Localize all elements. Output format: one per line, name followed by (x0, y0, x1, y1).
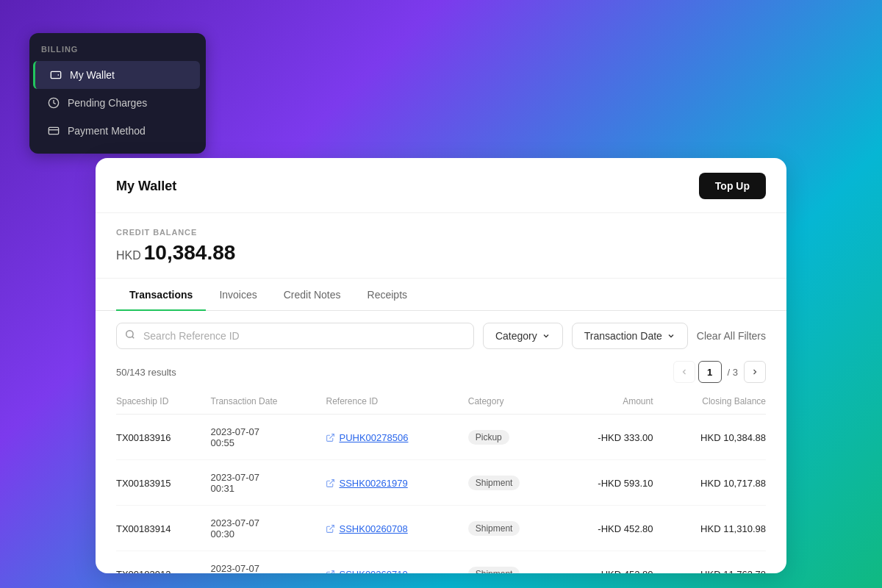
cell-closing-balance: HKD 10,384.88 (653, 415, 767, 460)
col-spaceship-id: Spaceship ID (116, 390, 211, 415)
cell-category: Shipment (468, 506, 558, 551)
cell-reference-id: SSHK00260708 (326, 506, 467, 551)
col-reference-id: Reference ID (326, 390, 467, 415)
table-wrapper: Spaceship ID Transaction Date Reference … (96, 390, 786, 573)
sidebar-item-payment-method[interactable]: Payment Method (35, 117, 200, 145)
prev-page-button[interactable] (673, 361, 695, 383)
cell-category: Shipment (468, 460, 558, 506)
cell-closing-balance: HKD 11,310.98 (653, 506, 767, 551)
wallet-icon (49, 68, 62, 82)
cell-reference-id: PUHK00278506 (326, 415, 467, 460)
balance-value: 10,384.88 (144, 241, 236, 264)
table-row: TX00183915 2023-07-0700:31 SSHK00261979 … (116, 460, 766, 506)
cell-amount: -HKD 593.10 (558, 460, 653, 506)
cell-transaction-date: 2023-07-0700:30 (211, 506, 326, 551)
cell-closing-balance: HKD 10,717.88 (653, 460, 767, 506)
pagination: 1 / 3 (673, 361, 766, 383)
cell-reference-id: SSHK00260710 (326, 551, 467, 574)
external-link-icon (326, 570, 335, 574)
sidebar-menu: BILLING My Wallet Pending Charges Paymen… (29, 33, 206, 154)
tab-credit-notes[interactable]: Credit Notes (270, 279, 354, 311)
col-closing-balance: Closing Balance (653, 390, 767, 415)
next-page-button[interactable] (744, 361, 766, 383)
category-badge: Pickup (468, 430, 509, 445)
col-transaction-date: Transaction Date (211, 390, 326, 415)
reference-link[interactable]: SSHK00260710 (326, 569, 467, 574)
balance-section: CREDIT BALANCE HKD10,384.88 (96, 213, 786, 279)
filter-bar: Category Transaction Date Clear All Filt… (96, 311, 786, 358)
sidebar-label-my-wallet: My Wallet (70, 69, 115, 81)
svg-line-5 (330, 434, 334, 438)
col-category: Category (468, 390, 558, 415)
results-row: 50/143 results 1 / 3 (96, 358, 786, 390)
tab-receipts[interactable]: Receipts (354, 279, 420, 311)
cell-reference-id: SSHK00261979 (326, 460, 467, 506)
external-link-icon (326, 524, 335, 534)
payment-method-icon (47, 124, 60, 137)
transactions-table: Spaceship ID Transaction Date Reference … (116, 390, 766, 573)
cell-amount: -HKD 333.00 (558, 415, 653, 460)
cell-closing-balance: HKD 11,763.78 (653, 551, 767, 574)
category-filter-button[interactable]: Category (483, 323, 563, 349)
balance-amount: HKD10,384.88 (116, 241, 766, 265)
table-header-row: Spaceship ID Transaction Date Reference … (116, 390, 766, 415)
category-badge: Shipment (468, 476, 520, 490)
cell-spaceship-id: TX00183915 (116, 460, 211, 506)
chevron-down-icon (542, 331, 551, 340)
sidebar-label-payment-method: Payment Method (68, 125, 146, 137)
cell-spaceship-id: TX00183913 (116, 551, 211, 574)
results-count: 50/143 results (116, 367, 176, 378)
current-page: 1 (698, 361, 722, 383)
card-header: My Wallet Top Up (96, 158, 786, 213)
sidebar-label-pending-charges: Pending Charges (68, 97, 147, 109)
balance-currency: HKD (116, 249, 141, 262)
pending-charges-icon (47, 96, 60, 110)
search-icon (125, 329, 135, 343)
balance-label: CREDIT BALANCE (116, 228, 766, 237)
cell-transaction-date: 2023-07-0700:30 (211, 551, 326, 574)
sidebar-item-pending-charges[interactable]: Pending Charges (35, 89, 200, 117)
sidebar-section-label: BILLING (29, 45, 206, 61)
cell-transaction-date: 2023-07-0700:55 (211, 415, 326, 460)
tabs-row: Transactions Invoices Credit Notes Recei… (96, 279, 786, 311)
reference-link[interactable]: PUHK00278506 (326, 432, 467, 443)
category-badge: Shipment (468, 567, 520, 573)
category-badge: Shipment (468, 521, 520, 536)
search-input[interactable] (116, 323, 474, 349)
cell-amount: -HKD 452.80 (558, 506, 653, 551)
tab-transactions[interactable]: Transactions (116, 279, 206, 311)
page-title: My Wallet (116, 179, 176, 194)
table-row: TX00183916 2023-07-0700:55 PUHK00278506 … (116, 415, 766, 460)
reference-link[interactable]: SSHK00260708 (326, 523, 467, 534)
external-link-icon (326, 478, 335, 488)
cell-category: Shipment (468, 551, 558, 574)
external-link-icon (326, 433, 335, 442)
main-card: My Wallet Top Up CREDIT BALANCE HKD10,38… (96, 158, 786, 573)
transaction-date-filter-button[interactable]: Transaction Date (572, 323, 688, 349)
sidebar-item-my-wallet[interactable]: My Wallet (33, 61, 200, 89)
chevron-down-icon (667, 331, 675, 340)
col-amount: Amount (558, 390, 653, 415)
total-pages: / 3 (725, 367, 741, 378)
tab-invoices[interactable]: Invoices (206, 279, 270, 311)
cell-category: Pickup (468, 415, 558, 460)
svg-line-6 (330, 479, 334, 484)
svg-rect-2 (49, 127, 58, 134)
svg-rect-0 (51, 71, 60, 78)
svg-point-4 (126, 331, 133, 337)
search-wrapper (116, 323, 474, 349)
table-row: TX00183914 2023-07-0700:30 SSHK00260708 … (116, 506, 766, 551)
svg-line-8 (330, 570, 334, 573)
clear-filters-button[interactable]: Clear All Filters (697, 330, 766, 342)
cell-spaceship-id: TX00183914 (116, 506, 211, 551)
cell-amount: -HKD 452.80 (558, 551, 653, 574)
reference-link[interactable]: SSHK00261979 (326, 478, 467, 489)
table-row: TX00183913 2023-07-0700:30 SSHK00260710 … (116, 551, 766, 574)
cell-spaceship-id: TX00183916 (116, 415, 211, 460)
cell-transaction-date: 2023-07-0700:31 (211, 460, 326, 506)
svg-line-7 (330, 525, 334, 529)
top-up-button[interactable]: Top Up (699, 173, 766, 199)
